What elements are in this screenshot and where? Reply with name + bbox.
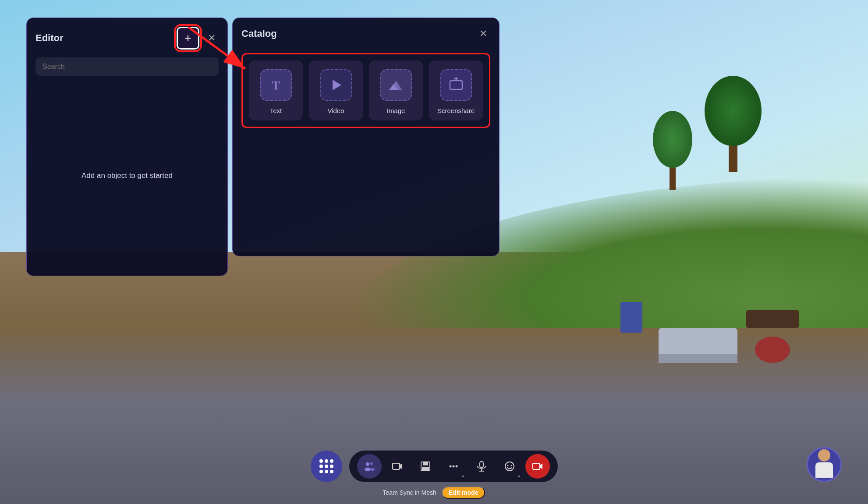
add-object-button[interactable]: +	[177, 27, 199, 50]
mic-icon	[476, 461, 487, 472]
svg-text:T: T	[272, 78, 280, 92]
svg-point-10	[365, 468, 371, 471]
catalog-panel: Catalog ✕ T Text	[232, 18, 500, 256]
svg-rect-6	[450, 81, 462, 89]
save-button[interactable]	[413, 454, 438, 479]
screenshare-icon-box	[440, 69, 472, 101]
people-icon	[364, 461, 375, 472]
svg-point-25	[507, 465, 508, 466]
svg-marker-8	[453, 77, 459, 79]
svg-rect-17	[422, 467, 429, 471]
content-layer: Editor + ✕ Add an object to get started	[0, 0, 868, 504]
catalog-item-video[interactable]: Video	[309, 60, 363, 121]
avatar-body	[815, 462, 833, 478]
svg-point-11	[370, 462, 373, 465]
video-item-label: Video	[327, 107, 344, 114]
bottom-toolbar-area: ▲ ▲	[311, 451, 558, 482]
editor-close-button[interactable]: ✕	[205, 31, 219, 45]
empty-state-message: Add an object to get started	[35, 85, 219, 267]
search-input[interactable]	[35, 57, 219, 76]
emoji-icon	[504, 461, 515, 472]
edit-mode-button[interactable]: Edit mode	[442, 486, 485, 499]
svg-rect-21	[480, 461, 483, 468]
svg-point-9	[366, 462, 369, 466]
svg-point-18	[449, 465, 451, 468]
editor-header-actions: + ✕	[177, 27, 219, 50]
svg-point-26	[510, 465, 512, 466]
catalog-items-container: T Text Video	[241, 53, 490, 128]
more-button[interactable]: ▲	[441, 454, 466, 479]
screenshare-icon	[448, 77, 464, 93]
status-bar: Team Sync in Mesh Edit mode	[383, 486, 485, 499]
image-icon	[388, 77, 404, 93]
screenshare-item-label: Screenshare	[437, 107, 475, 114]
plus-icon: +	[184, 31, 191, 45]
catalog-panel-header: Catalog ✕	[241, 27, 490, 41]
record-icon	[532, 461, 543, 472]
grid-menu-button[interactable]	[311, 451, 342, 482]
catalog-item-text[interactable]: T Text	[249, 60, 303, 121]
avatar-button[interactable]	[807, 447, 842, 482]
svg-marker-3	[333, 80, 341, 90]
svg-rect-16	[423, 462, 428, 465]
camera-icon	[392, 461, 403, 472]
editor-panel: Editor + ✕ Add an object to get started	[26, 18, 228, 276]
svg-point-12	[370, 468, 375, 471]
close-icon: ✕	[479, 28, 487, 39]
svg-point-24	[505, 462, 514, 471]
video-icon-box	[320, 69, 352, 101]
mic-button[interactable]	[469, 454, 494, 479]
toolbar-bar: ▲ ▲	[349, 451, 558, 482]
close-icon: ✕	[208, 32, 216, 44]
image-item-label: Image	[387, 107, 405, 114]
people-button[interactable]	[357, 454, 382, 479]
editor-panel-header: Editor + ✕	[35, 27, 219, 50]
chevron-up-icon: ▲	[517, 474, 521, 478]
chevron-up-icon: ▲	[461, 474, 465, 478]
catalog-close-button[interactable]: ✕	[476, 27, 490, 41]
camera-button[interactable]	[385, 454, 410, 479]
status-text: Team Sync in Mesh	[383, 489, 436, 496]
text-icon-box: T	[260, 69, 292, 101]
catalog-panel-title: Catalog	[241, 28, 277, 39]
svg-rect-27	[533, 463, 540, 469]
text-item-label: Text	[270, 107, 282, 114]
more-icon	[448, 461, 459, 472]
svg-point-19	[452, 465, 454, 468]
image-icon-box	[380, 69, 412, 101]
avatar-head	[818, 449, 830, 461]
save-icon	[420, 461, 431, 472]
catalog-item-image[interactable]: Image	[369, 60, 423, 121]
emoji-button[interactable]: ▲	[497, 454, 522, 479]
editor-panel-title: Editor	[35, 32, 64, 44]
record-button[interactable]	[525, 454, 550, 479]
avatar-figure	[812, 449, 836, 480]
grid-dots-icon	[319, 459, 333, 473]
text-icon: T	[268, 77, 284, 93]
play-icon	[328, 77, 344, 93]
svg-point-20	[455, 465, 457, 468]
catalog-item-screenshare[interactable]: Screenshare	[429, 60, 483, 121]
svg-rect-13	[393, 463, 400, 469]
